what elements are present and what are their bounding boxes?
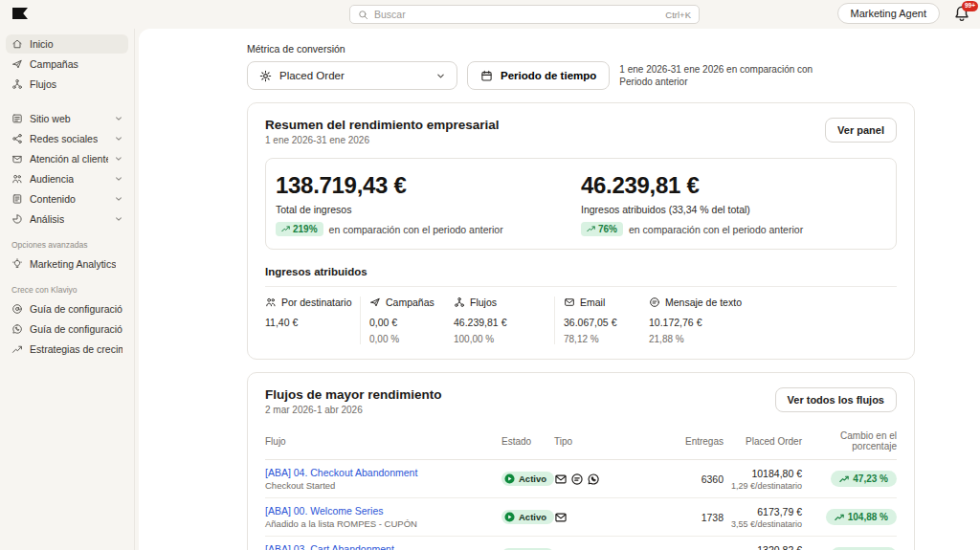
email-icon bbox=[564, 297, 575, 308]
attributed-breakdown: Por destinatario 11,40 € Campañas 0,00 €… bbox=[265, 286, 897, 344]
email-icon bbox=[554, 473, 568, 486]
trend-up-icon bbox=[281, 225, 290, 233]
sidebar-item-redes-sociales[interactable]: Redes sociales bbox=[6, 129, 128, 148]
search-icon bbox=[358, 10, 368, 20]
sidebar-item-atencion-cliente[interactable]: Atención al cliente bbox=[6, 149, 128, 168]
trend-up-icon bbox=[587, 225, 595, 233]
table-row: [ABA] 04. Checkout Abandonment Checkout … bbox=[265, 460, 897, 498]
bulb-icon bbox=[11, 258, 23, 270]
sidebar-item-audiencia[interactable]: Audiencia bbox=[6, 169, 128, 188]
flows-table: Flujo Estado Tipo Entregas Placed Order … bbox=[265, 430, 897, 550]
summary-card-title: Resumen del rendimiento empresarial bbox=[265, 118, 500, 132]
sidebar-item-guia-email[interactable]: Guía de configuración d... bbox=[6, 299, 128, 319]
sidebar-item-inicio[interactable]: Inicio bbox=[6, 34, 128, 54]
notification-count-badge: 99+ bbox=[962, 1, 978, 11]
section-label-grow: Crece con Klaviyo bbox=[11, 285, 134, 295]
table-row: [ABA] 03. Cart Abandonment Added to Cart… bbox=[265, 537, 897, 550]
flow-link[interactable]: [ABA] 04. Checkout Abandonment bbox=[265, 467, 501, 478]
flow-icon bbox=[11, 78, 23, 90]
whatsapp-icon bbox=[11, 323, 23, 335]
sidebar-item-contenido[interactable]: Contenido bbox=[6, 189, 128, 209]
top-flows-card: Flujos de mayor rendimiento 2 mar 2026-1… bbox=[247, 372, 915, 550]
attr-col-mensaje-texto: Mensaje de texto 10.172,76 € 21,88 % bbox=[649, 297, 897, 344]
klaviyo-logo[interactable] bbox=[12, 8, 28, 19]
people-icon bbox=[11, 173, 23, 185]
send-icon bbox=[11, 58, 23, 70]
chevron-down-icon bbox=[115, 115, 122, 122]
conversion-metric-label: Métrica de conversión bbox=[247, 43, 915, 55]
gear-icon bbox=[259, 70, 272, 82]
attr-col-campanas: Campañas 0,00 € 0,00 % bbox=[360, 297, 454, 344]
time-period-button[interactable]: Periodo de tiempo bbox=[467, 61, 610, 90]
period-comparison-text: 1 ene 2026-31 ene 2026 en comparación co… bbox=[619, 63, 813, 89]
email-icon bbox=[554, 511, 568, 524]
sidebar-item-flujos[interactable]: Flujos bbox=[6, 75, 128, 94]
search-input[interactable] bbox=[374, 9, 659, 20]
sidebar-item-analisis[interactable]: Análisis bbox=[6, 209, 128, 229]
status-badge: Activo bbox=[501, 472, 554, 486]
table-row: [ABA] 00. Welcome Series Añadido a la li… bbox=[265, 498, 897, 537]
search-shortcut: Ctrl+K bbox=[665, 10, 691, 20]
flows-card-daterange: 2 mar 2026-1 abr 2026 bbox=[265, 405, 442, 415]
chevron-down-icon bbox=[115, 195, 122, 203]
global-search[interactable]: Ctrl+K bbox=[349, 5, 700, 24]
change-badge: 104,88 % bbox=[826, 509, 897, 525]
attr-col-por-destinatario: Por destinatario 11,40 € bbox=[265, 297, 360, 344]
business-summary-card: Resumen del rendimiento empresarial 1 en… bbox=[247, 102, 915, 360]
trend-up-icon bbox=[839, 474, 849, 484]
trend-icon bbox=[11, 343, 23, 355]
summary-card-daterange: 1 ene 2026-31 ene 2026 bbox=[265, 135, 500, 145]
sidebar-item-estrategias[interactable]: Estrategias de crecimien... bbox=[6, 340, 128, 359]
calendar-icon bbox=[480, 70, 493, 82]
sms-icon bbox=[570, 473, 584, 486]
sidebar-item-marketing-analytics[interactable]: Marketing Analytics bbox=[6, 254, 128, 274]
sms-icon bbox=[649, 297, 660, 308]
status-active-icon bbox=[504, 512, 515, 522]
stats-box: 138.719,43 € Total de ingresos 219% en c… bbox=[265, 158, 897, 250]
view-panel-button[interactable]: Ver panel bbox=[825, 118, 897, 143]
flow-icon bbox=[454, 297, 465, 308]
support-icon bbox=[11, 153, 23, 165]
view-all-flows-button[interactable]: Ver todos los flujos bbox=[775, 387, 897, 412]
share-icon bbox=[11, 133, 23, 144]
sidebar-item-campanas[interactable]: Campañas bbox=[6, 55, 128, 74]
trend-up-icon bbox=[835, 513, 844, 522]
status-badge: Activo bbox=[501, 510, 554, 524]
section-label-advanced: Opciones avanzadas bbox=[11, 240, 134, 250]
chevron-down-icon bbox=[115, 155, 122, 163]
home-icon bbox=[11, 38, 23, 50]
chevron-down-icon bbox=[436, 72, 445, 80]
at-circle-icon bbox=[11, 303, 23, 315]
chevron-down-icon bbox=[115, 175, 122, 183]
chevron-down-icon bbox=[115, 215, 122, 223]
top-bar: Ctrl+K Marketing Agent 99+ bbox=[0, 0, 980, 29]
metric-selected-value: Placed Order bbox=[279, 70, 345, 81]
people-icon bbox=[265, 297, 277, 308]
chevron-down-icon bbox=[115, 135, 122, 143]
sidebar: Inicio Campañas Flujos Sitio web Redes s… bbox=[0, 29, 135, 550]
attributed-revenue-stat: 46.239,81 € Ingresos atribuidos (33,34 %… bbox=[581, 172, 886, 236]
total-revenue-stat: 138.719,43 € Total de ingresos 219% en c… bbox=[276, 172, 581, 236]
notifications-button[interactable]: 99+ bbox=[953, 5, 970, 22]
flow-link[interactable]: [ABA] 00. Welcome Series bbox=[265, 505, 501, 517]
status-active-icon bbox=[504, 473, 515, 484]
flows-table-header: Flujo Estado Tipo Entregas Placed Order … bbox=[265, 430, 897, 460]
change-badge: 47,23 % bbox=[831, 471, 897, 487]
analytics-icon bbox=[11, 213, 23, 225]
attr-col-email: Email 36.067,05 € 78,12 % bbox=[554, 297, 649, 344]
whatsapp-icon bbox=[587, 473, 600, 486]
sidebar-item-sitio-web[interactable]: Sitio web bbox=[6, 109, 128, 128]
content-icon bbox=[11, 193, 23, 205]
attributed-revenue-title: Ingresos atribuidos bbox=[265, 266, 897, 277]
flows-card-title: Flujos de mayor rendimiento bbox=[265, 387, 442, 402]
change-badge: 219% bbox=[276, 222, 323, 236]
main-panel: Métrica de conversión Placed Order Perio… bbox=[139, 29, 980, 550]
marketing-agent-button[interactable]: Marketing Agent bbox=[837, 3, 941, 24]
flow-link[interactable]: [ABA] 03. Cart Abandonment bbox=[265, 543, 501, 550]
web-icon bbox=[11, 113, 23, 124]
conversion-metric-select[interactable]: Placed Order bbox=[247, 61, 457, 90]
attr-col-flujos: Flujos 46.239,81 € 100,00 % bbox=[454, 297, 554, 344]
send-icon bbox=[369, 297, 381, 308]
sidebar-item-guia-whatsapp[interactable]: Guía de configuración d... bbox=[6, 319, 128, 339]
change-badge: 76% bbox=[581, 222, 623, 236]
